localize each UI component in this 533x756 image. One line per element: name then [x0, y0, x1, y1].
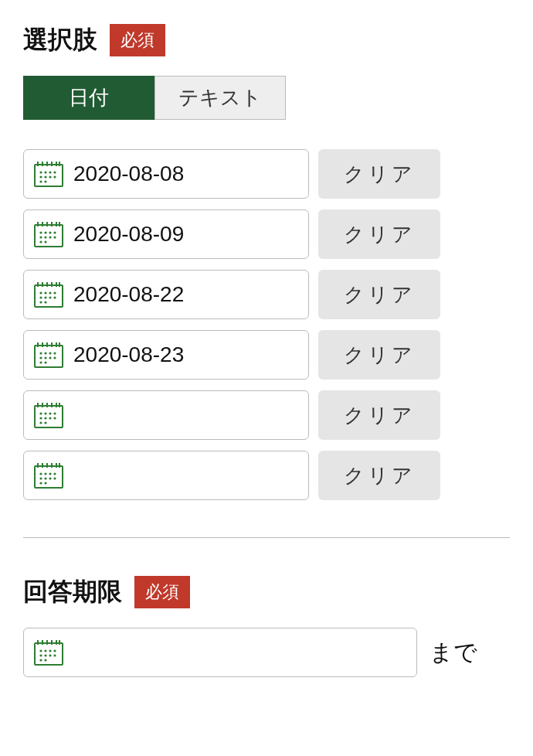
- required-badge: 必須: [134, 576, 190, 608]
- date-value: 2020-08-08: [73, 162, 299, 186]
- date-option-list: 2020-08-08 クリア 2020-08-09 クリア 2020-08-22…: [23, 149, 510, 500]
- date-input[interactable]: 2020-08-08: [23, 149, 309, 199]
- calendar-icon: [33, 160, 64, 188]
- date-row: クリア: [23, 390, 510, 440]
- clear-button[interactable]: クリア: [318, 209, 440, 259]
- clear-button[interactable]: クリア: [318, 451, 440, 500]
- calendar-icon: [33, 461, 64, 489]
- date-value: 2020-08-09: [73, 222, 299, 247]
- clear-button[interactable]: クリア: [318, 390, 440, 440]
- deadline-input[interactable]: [23, 628, 417, 677]
- clear-button[interactable]: クリア: [318, 270, 440, 319]
- clear-button[interactable]: クリア: [318, 330, 440, 380]
- date-row: クリア: [23, 451, 510, 500]
- date-value: 2020-08-22: [73, 282, 299, 307]
- deadline-header: 回答期限 必須: [23, 575, 510, 609]
- deadline-title: 回答期限: [23, 575, 122, 609]
- calendar-icon: [33, 281, 64, 308]
- calendar-icon: [33, 639, 64, 666]
- deadline-row: まで: [23, 628, 510, 677]
- options-header: 選択肢 必須: [23, 23, 510, 57]
- date-input[interactable]: 2020-08-23: [23, 330, 309, 380]
- date-row: 2020-08-09 クリア: [23, 209, 510, 259]
- tab-text[interactable]: テキスト: [154, 76, 286, 120]
- date-input[interactable]: 2020-08-22: [23, 270, 309, 319]
- date-input[interactable]: 2020-08-09: [23, 209, 309, 259]
- calendar-icon: [33, 341, 64, 369]
- tab-date[interactable]: 日付: [23, 76, 154, 120]
- date-input[interactable]: [23, 390, 309, 440]
- section-divider: [23, 537, 510, 538]
- options-title: 選択肢: [23, 23, 97, 57]
- calendar-icon: [33, 401, 64, 429]
- date-row: 2020-08-22 クリア: [23, 270, 510, 319]
- input-type-tabs: 日付 テキスト: [23, 76, 510, 120]
- calendar-icon: [33, 220, 64, 248]
- deadline-suffix: まで: [429, 637, 477, 669]
- required-badge: 必須: [110, 24, 165, 56]
- date-value: 2020-08-23: [73, 342, 299, 367]
- date-row: 2020-08-23 クリア: [23, 330, 510, 380]
- date-input[interactable]: [23, 451, 309, 500]
- clear-button[interactable]: クリア: [318, 149, 440, 199]
- date-row: 2020-08-08 クリア: [23, 149, 510, 199]
